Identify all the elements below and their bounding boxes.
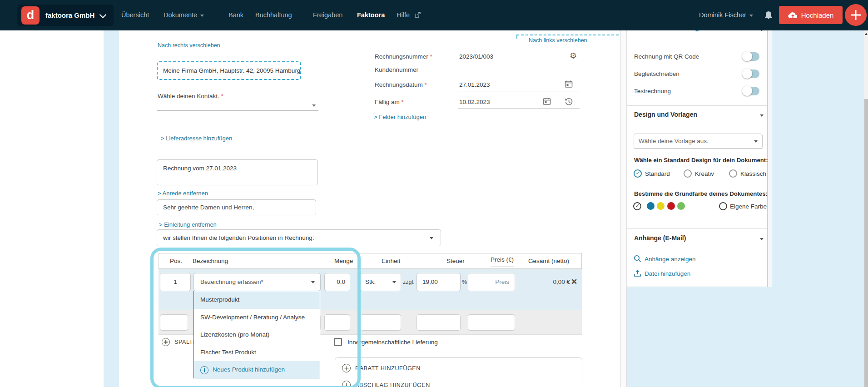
intro-select[interactable]: wir stellen Ihnen die folgenden Position… <box>157 229 441 246</box>
add-discount-button[interactable]: RABATT HINZUFÜGEN <box>342 364 589 372</box>
empty-einheit-input[interactable] <box>360 314 401 331</box>
add-new-button[interactable] <box>845 4 867 26</box>
dropdown-option-lizenzkosten[interactable]: Lizenzkosten (pro Monat) <box>194 326 320 344</box>
due-date-value[interactable]: 10.02.2023 <box>459 99 490 105</box>
gear-icon[interactable] <box>570 52 577 60</box>
pos-input[interactable]: 1 <box>160 273 191 291</box>
window-scrollbar-thumb[interactable] <box>864 99 868 387</box>
calendar-icon[interactable] <box>543 97 551 105</box>
add-column-button[interactable]: SPALTE <box>162 338 197 346</box>
empty-preis-input[interactable] <box>468 314 515 331</box>
toggle-begleitschreiben[interactable] <box>743 69 759 78</box>
color-dot-yellow[interactable] <box>657 202 665 210</box>
nav-faktoora[interactable]: Faktoora <box>357 0 385 30</box>
content-scrollbar[interactable] <box>620 30 627 387</box>
company-switcher[interactable]: d faktoora GmbH <box>17 5 114 26</box>
header-pos: Pos. <box>170 253 182 269</box>
circle-plus-icon <box>200 366 208 374</box>
header-bezeichnung: Bezeichnung <box>193 253 228 269</box>
nav-hilfe[interactable]: Hilfe <box>397 0 421 30</box>
remove-salutation-link[interactable]: > Anrede entfernen <box>158 190 208 197</box>
bezeichnung-select[interactable]: Bezeichnung erfassen* <box>193 273 321 291</box>
dropdown-option-fischer-test[interactable]: Fischer Test Produkt <box>194 344 320 362</box>
color-question: Bestimme die Grundfarbe deines Dokumente… <box>634 190 768 197</box>
design-templates-title[interactable]: Design und Vorlagen <box>634 111 697 118</box>
window-scrollbar-track[interactable] <box>864 30 868 99</box>
nav-freigaben[interactable]: Freigaben <box>313 0 342 30</box>
invoice-number-value[interactable]: 2023/01/003 <box>459 53 493 60</box>
radio-kreativ[interactable] <box>684 169 692 178</box>
nav-dokumente[interactable]: Dokumente <box>164 0 204 30</box>
add-delivery-address-link[interactable]: > Lieferadresse hinzufügen <box>161 135 232 142</box>
radio-label-klassisch[interactable]: Klassisch <box>740 170 766 177</box>
scroll-up-arrow-icon[interactable] <box>865 33 868 35</box>
product-dropdown: Musterprodukt SW-Development / Beratung … <box>193 291 320 378</box>
invoice-date-value[interactable]: 27.01.2023 <box>459 81 490 88</box>
color-dot-green[interactable] <box>677 202 685 210</box>
move-left-link[interactable]: Nach links verschieben <box>529 37 587 44</box>
section-divider <box>627 228 767 229</box>
contact-select[interactable] <box>157 101 318 111</box>
color-dot-red[interactable] <box>667 202 675 210</box>
radio-label-kreativ[interactable]: Kreativ <box>695 170 714 177</box>
chevron-down-icon[interactable] <box>760 238 764 240</box>
tax-prefix-label: zzgl. <box>403 273 415 291</box>
delete-row-icon[interactable] <box>571 277 577 287</box>
header-gesamt: Gesamt (netto) <box>528 253 569 269</box>
color-selected-check[interactable] <box>633 202 641 210</box>
clock-history-icon[interactable] <box>565 97 573 106</box>
discount-panel: RABATT HINZUFÜGEN ABSCHLAG HINZUFÜGEN <box>335 357 582 387</box>
radio-standard[interactable] <box>634 169 642 178</box>
radio-klassisch[interactable] <box>729 169 737 178</box>
radio-label-standard[interactable]: Standard <box>645 170 670 177</box>
custom-color-label[interactable]: Eigene Farbe <box>730 203 767 210</box>
intra-community-label: Innergemeinschaftliche Lieferung <box>347 339 438 346</box>
user-menu[interactable]: Dominik Fischer <box>699 0 753 30</box>
subject-field[interactable]: Rechnung vom 27.01.2023 <box>157 159 318 185</box>
color-dot-teal[interactable] <box>647 202 655 210</box>
salutation-field[interactable]: Sehr geehrte Damen und Herren, <box>157 199 316 215</box>
intra-community-checkbox[interactable] <box>334 338 342 346</box>
menge-input[interactable]: 0,0 <box>324 273 350 291</box>
cloud-upload-icon <box>788 12 798 19</box>
section-divider <box>627 105 767 106</box>
remove-intro-link[interactable]: > Einleitung entfernen <box>159 221 217 228</box>
template-select[interactable]: Wähle deine Vorlage aus. <box>634 134 763 149</box>
steuer-input[interactable]: 19,00 <box>417 273 461 291</box>
nav-uebersicht[interactable]: Übersicht <box>121 0 149 30</box>
attachments-title[interactable]: Anhänge (E-Mail) <box>634 234 686 242</box>
calendar-icon[interactable] <box>565 80 573 88</box>
empty-pos-input[interactable] <box>160 314 188 331</box>
nav-bank[interactable]: Bank <box>228 0 243 30</box>
nav-buchhaltung[interactable]: Buchhaltung <box>255 0 292 30</box>
show-attachments-link[interactable]: Anhänge anzeigen <box>645 256 696 263</box>
custom-color-radio[interactable] <box>719 202 727 210</box>
add-fields-link[interactable]: > Felder hinzufügen <box>374 114 426 120</box>
hochladen-button[interactable]: Hochladen <box>779 6 843 24</box>
invoice-date-underline <box>458 91 580 91</box>
invoice-date-label: Rechnungsdatum * <box>375 81 427 88</box>
preis-input[interactable]: Preis <box>468 273 515 291</box>
due-date-underline <box>458 109 580 109</box>
chevron-down-icon[interactable] <box>760 114 764 117</box>
dropdown-option-sw-development[interactable]: SW-Development / Beratung / Analyse <box>194 309 320 327</box>
bell-icon[interactable] <box>764 10 773 20</box>
einheit-select[interactable]: Stk. <box>360 273 401 291</box>
circle-plus-icon <box>342 364 351 372</box>
empty-steuer-input[interactable] <box>417 314 461 331</box>
settings-panel-scrollbar[interactable] <box>768 30 772 287</box>
dropdown-add-product[interactable]: Neues Produkt hinzufügen <box>194 361 320 379</box>
toggle-testrechnung[interactable] <box>743 87 759 95</box>
toggle-qr-code[interactable] <box>743 52 759 61</box>
empty-menge-input[interactable] <box>324 314 350 331</box>
chevron-down-icon <box>754 140 758 143</box>
header-preis[interactable]: Preis (€) <box>491 253 514 267</box>
add-file-link[interactable]: Datei hinzufügen <box>645 270 690 277</box>
row-total: 0,00 € <box>536 273 570 291</box>
move-right-link[interactable]: Nach rechts verschieben <box>158 42 220 49</box>
invoice-number-label: Rechnungsnummer * <box>375 53 432 60</box>
add-deduction-button[interactable]: ABSCHLAG HINZUFÜGEN <box>342 381 589 387</box>
dropdown-option-musterprodukt[interactable]: Musterprodukt <box>194 291 320 309</box>
faktoora-logo: d <box>21 6 40 25</box>
sender-address-field[interactable]: Meine Firma GmbH, Hauptstr. 42, 20095 Ha… <box>157 61 301 80</box>
